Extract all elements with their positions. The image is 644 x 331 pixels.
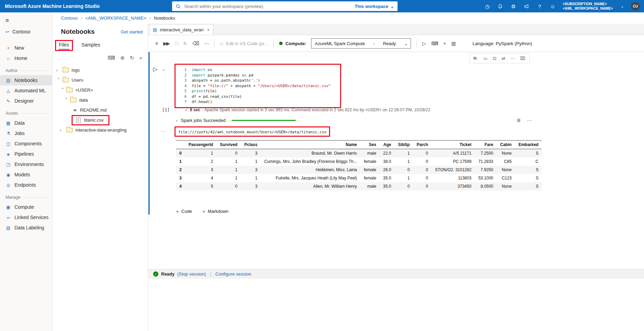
sidebar-item-data[interactable]: ▦Data <box>0 118 52 128</box>
restart-kernel-icon[interactable]: ↻ <box>183 41 187 46</box>
stop-session-link[interactable]: (Stop session) <box>177 271 206 277</box>
sidebar-item-pipelines[interactable]: ◈Pipelines <box>0 149 52 159</box>
breadcrumb-workspace[interactable]: Contoso <box>61 15 77 21</box>
job-list-icon[interactable]: ≣ <box>517 117 521 123</box>
output-more-icon[interactable]: ⋯ <box>161 128 166 134</box>
checkpoint-icon[interactable]: ▥ <box>451 41 455 46</box>
components-icon: ◫ <box>6 141 11 146</box>
tab-files[interactable]: Files <box>56 41 72 50</box>
chevron-expanded-icon[interactable]: › <box>64 97 69 103</box>
column-parch: Parch <box>413 141 431 149</box>
sidebar-item-new[interactable]: +New <box>0 43 52 53</box>
nav-section-assets: Assets <box>0 106 52 118</box>
sidebar-item-linked-services[interactable]: ∞Linked Services <box>0 212 52 223</box>
feedback-icon[interactable] <box>524 4 530 9</box>
table-header-row: PassengerIdSurvivedPclassNameSexAgeSibSp… <box>176 141 542 149</box>
open-terminal-icon[interactable]: ⌨ <box>108 55 115 61</box>
smiley-icon[interactable]: ☺ <box>550 4 556 9</box>
add-markdown-button[interactable]: + Markdown <box>202 208 229 214</box>
tab-interactive-data-wrangling[interactable]: ▤ interactive_data_wran × <box>149 24 213 35</box>
sidebar-item-endpoints[interactable]: ◎Endpoints <box>0 180 52 190</box>
workspace-search[interactable]: This workspace ⌄ <box>172 1 398 11</box>
chevron-right-icon: › <box>149 16 151 21</box>
dataframe-table: PassengerIdSurvivedPclassNameSexAgeSibSp… <box>176 140 542 190</box>
spark-more-icon[interactable]: ⋯ <box>527 117 532 123</box>
edit-vscode-button[interactable]: ◇ Edit in VS Code (pr... <box>220 41 268 46</box>
cell: Futrelle, Mrs. Jacques Heath (Lily May P… <box>261 174 360 182</box>
add-markdown-label: Markdown <box>208 209 229 214</box>
files-panel-tabs: FilesSamples <box>53 35 148 50</box>
chevron-down-icon[interactable]: ⌄ <box>621 4 624 9</box>
configure-session-link[interactable]: Configure session <box>215 271 251 277</box>
column-embarked: Embarked <box>515 141 542 149</box>
sidebar-item-models[interactable]: ◉Models <box>0 169 52 180</box>
subscription-selector[interactable]: <SUBSCRIPTION_NAME> <AML_WORKSPACE_NAME> <box>563 2 613 11</box>
run-cell-button[interactable]: ▷ <box>153 66 157 72</box>
sidebar-item-home[interactable]: ⌂Home <box>0 53 52 63</box>
chevron-collapsed-icon[interactable]: › <box>60 128 65 133</box>
hamburger-menu-icon[interactable]: ≡ <box>0 12 52 25</box>
sidebar-item-automated-ml[interactable]: ◬Automated ML <box>0 85 52 96</box>
run-all-icon[interactable]: ▶▶ <box>163 41 169 46</box>
delete-cell-icon[interactable]: ⌧ <box>520 56 525 61</box>
compute-name: AzureML Spark Compute <box>315 41 365 46</box>
focus-cell-icon[interactable]: ▭ <box>483 56 487 61</box>
tree-item-logs[interactable]: ›logs <box>53 65 148 75</box>
compute-selector[interactable]: AzureML Spark Compute - Ready ⌄ <box>311 38 411 49</box>
cell: 3 <box>241 149 261 158</box>
code-editor[interactable]: 1import os2import pyspark.pandas as pd3a… <box>176 67 340 105</box>
sidebar-item-designer[interactable]: ✎Designer <box>0 96 52 106</box>
spark-expand-chevron[interactable]: › <box>176 118 177 123</box>
cell: 7.9250 <box>475 166 497 174</box>
terminal-window-icon[interactable]: ⌨ <box>431 41 437 46</box>
move-cell-icon[interactable]: ⇄ <box>502 56 505 61</box>
close-tab-icon[interactable]: × <box>207 27 210 32</box>
chevron-collapsed-icon[interactable]: › <box>56 68 61 73</box>
tree-item-readme-md[interactable]: M↓README.md <box>53 105 148 115</box>
sidebar-item-compute[interactable]: ▣Compute <box>0 202 52 212</box>
add-code-button[interactable]: + Code <box>176 208 192 214</box>
more-toolbar-icon[interactable]: ⋯ <box>204 41 209 46</box>
row-index: 3 <box>176 174 185 182</box>
run-cell-icon[interactable]: ▷ <box>422 41 425 46</box>
search-input[interactable] <box>183 3 352 9</box>
sidebar-item-jobs[interactable]: ⚗Jobs <box>0 128 52 138</box>
notebook-scrollbar[interactable] <box>148 52 150 215</box>
get-started-link[interactable]: Get started <box>121 29 143 34</box>
avatar[interactable]: CU <box>631 2 640 11</box>
sidebar-item-notebooks[interactable]: ▤Notebooks <box>0 75 52 85</box>
toolbar-divider <box>416 39 417 48</box>
stop-icon[interactable]: □ <box>175 41 177 46</box>
comment-icon[interactable]: ⊡ <box>493 56 496 61</box>
sidebar-item-environments[interactable]: ◳Environments <box>0 159 52 169</box>
add-cell-icon[interactable]: + <box>443 41 445 46</box>
cell-outline-icon[interactable]: ≡ <box>155 41 157 46</box>
sidebar-item-components[interactable]: ◫Components <box>0 138 52 149</box>
cell: 53.1000 <box>475 174 497 182</box>
spark-jobs-row: › Spark jobs Succeeded ≣⋯ <box>176 117 532 123</box>
tree-item-titanic-csv[interactable]: titanic.csv <box>53 115 148 125</box>
settings-icon[interactable]: ⚙ <box>510 4 517 9</box>
tree-item-users[interactable]: ›Users <box>53 75 148 85</box>
tab-samples[interactable]: Samples <box>79 41 103 50</box>
add-files-icon[interactable]: ⊕ <box>120 55 125 61</box>
refresh-icon[interactable]: ↻ <box>130 55 134 61</box>
help-icon[interactable]: ? <box>537 4 543 9</box>
tree-item-user[interactable]: ›<USER> <box>53 85 148 95</box>
cell-more-icon[interactable]: ⋯ <box>510 56 515 61</box>
cell: S <box>515 149 542 158</box>
markdown-convert-icon[interactable]: M↓ <box>474 56 478 60</box>
sidebar-item-data-labeling[interactable]: ▧Data Labeling <box>0 223 52 233</box>
tree-item-data[interactable]: ›data <box>53 95 148 105</box>
run-options-chevron[interactable]: ⌄ <box>162 67 165 72</box>
chevron-expanded-icon[interactable]: › <box>60 87 65 93</box>
clock-icon[interactable]: ◷ <box>484 4 490 9</box>
search-scope-dropdown[interactable]: This workspace ⌄ <box>355 4 394 9</box>
chevron-expanded-icon[interactable]: › <box>56 77 61 83</box>
workspace-switcher[interactable]: ↩ Contoso <box>0 25 52 35</box>
clear-outputs-icon[interactable]: ⌫ <box>192 41 199 46</box>
breadcrumb-aml-workspace[interactable]: <AML_WORKSPACE_NAME> <box>85 15 146 21</box>
tree-item-interactive-data-wrangling[interactable]: ›interactive-data-wrangling <box>53 125 148 135</box>
collapse-panel-icon[interactable]: « <box>139 55 142 61</box>
notifications-icon[interactable] <box>497 4 504 9</box>
